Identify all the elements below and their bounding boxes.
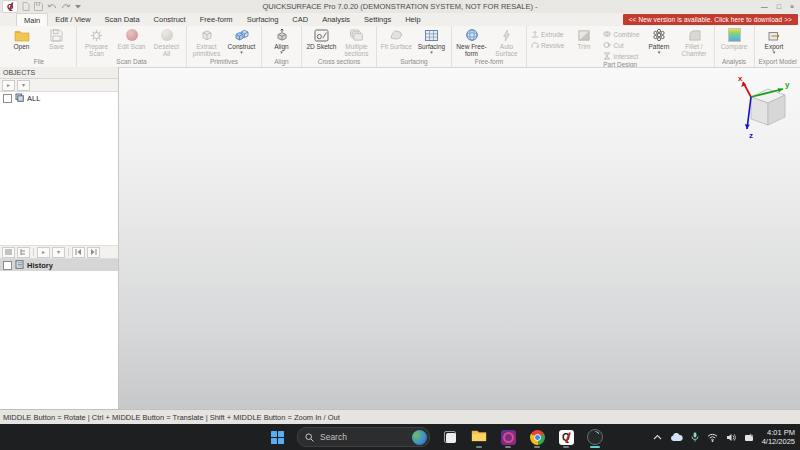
file-explorer-icon [471,428,487,446]
intersect-button[interactable]: Intersect [603,52,639,61]
scan-sphere-gray-icon [161,28,173,42]
menu-scan-data[interactable]: Scan Data [98,13,147,26]
extrude-icon [531,30,539,39]
weather-widget-icon[interactable] [412,430,427,445]
volume-icon[interactable] [726,433,736,442]
collapse-all-icon[interactable]: ▾ [52,247,65,258]
search-input[interactable] [318,431,408,443]
list-view-icon[interactable] [2,247,15,258]
new-document-icon[interactable] [22,2,30,11]
group-label-file: File [4,58,74,67]
menu-construct[interactable]: Construct [147,13,193,26]
pen-input-icon[interactable] [744,433,754,442]
objects-filter-icon[interactable]: ▾ [17,80,30,91]
quicksurface-app-icon: Q [559,430,574,445]
menu-settings[interactable]: Settings [357,13,398,26]
history-checkbox[interactable] [3,261,12,270]
update-banner[interactable]: << New version is available. Click here … [623,14,798,25]
tree-view-icon[interactable] [17,247,30,258]
group-label-cross-sections: Cross sections [304,58,374,67]
wifi-icon[interactable] [707,433,718,442]
gear-icon [90,28,103,42]
combine-button[interactable]: Combine [603,30,639,39]
quicksurface-taskbar-button[interactable]: Q [557,425,575,449]
menu-free-form[interactable]: Free-form [193,13,240,26]
tree-item-all[interactable]: ALL [0,92,118,104]
align-button[interactable]: Align ▾ [264,26,299,55]
menu-cad[interactable]: CAD [285,13,315,26]
status-hint-text: MIDDLE Button = Rotate | Ctrl + MIDDLE B… [3,413,340,422]
construct-button[interactable]: Construct ▾ [224,26,259,55]
trim-icon [577,28,591,42]
surfacing-button[interactable]: Surfacing ▾ [414,26,449,55]
menu-main[interactable]: Main [16,13,48,26]
auto-surface-button[interactable]: Auto Surface [489,26,524,57]
menu-edit-view[interactable]: Edit / View [48,13,97,26]
expand-all-icon[interactable]: ▸ [37,247,50,258]
tray-chevron-up-icon[interactable] [653,434,662,440]
step-last-icon[interactable] [87,247,100,258]
undo-icon[interactable] [47,3,57,11]
tree-item-history[interactable]: History [0,259,118,271]
deselect-all-button[interactable]: Deselect All [149,26,184,57]
objects-expand-icon[interactable]: ▸ [2,80,15,91]
multiple-sections-label: Multiple sections [340,43,373,57]
floppy-icon [50,28,63,42]
microphone-icon[interactable] [691,432,699,442]
cube-gray-icon [199,28,214,42]
app-logo[interactable]: Q [2,0,18,13]
redo-icon[interactable] [61,3,71,11]
menu-analysis[interactable]: Analysis [315,13,357,26]
fillet-corner-icon [688,28,701,42]
task-view-button[interactable] [441,425,459,449]
mesh-sphere-icon [465,28,479,42]
all-checkbox[interactable] [3,94,12,103]
trim-button[interactable]: Trim [566,26,601,50]
recorder-app-button[interactable] [586,425,604,449]
left-panel: OBJECTS ▸ ▾ ALL ▸ ▾ [0,67,119,410]
extract-primitives-button[interactable]: Extract primitives [189,26,224,57]
prepare-scan-button[interactable]: Prepare Scan [79,26,114,57]
start-button[interactable] [268,425,286,449]
history-toolbar: ▸ ▾ [0,246,118,259]
taskbar-clock[interactable]: 4:01 PM 4/12/2025 [762,428,795,447]
sketch-2d-button[interactable]: 2D Sketch [304,26,339,50]
taskbar-search[interactable] [297,427,430,447]
fillet-chamfer-button[interactable]: Fillet / Chamfer [677,26,712,57]
browser-button[interactable] [528,425,546,449]
minimize-button[interactable]: — [761,3,768,10]
quick-access-toolbar: Q [0,0,81,13]
viewport-3d[interactable]: x y z [119,67,800,410]
compare-button[interactable]: Compare [717,26,752,50]
onedrive-cloud-icon[interactable] [670,433,683,442]
extrude-button[interactable]: Extrude [531,30,564,39]
pattern-button[interactable]: Pattern ▾ [642,26,677,55]
fit-surface-button[interactable]: Fit Surface [379,26,414,50]
open-button[interactable]: Open [4,26,39,50]
revolve-button[interactable]: Revolve [531,41,564,50]
window-controls: — □ × [761,3,800,10]
close-button[interactable]: × [790,3,794,10]
step-first-icon[interactable] [72,247,85,258]
cut-button[interactable]: Cut [603,41,639,50]
new-free-form-button[interactable]: New Free-form [454,26,489,57]
surface-patch-icon [389,28,404,42]
running-indicator [505,446,511,448]
edit-scan-button[interactable]: Edit Scan [114,26,149,50]
file-explorer-button[interactable] [470,425,488,449]
multiple-sections-button[interactable]: Multiple sections [339,26,374,57]
store-app-button[interactable] [499,425,517,449]
qat-customize-icon[interactable] [75,5,81,9]
ribbon-group-cross-sections: 2D Sketch Multiple sections Cross sectio… [302,26,377,67]
save-button[interactable]: Save [39,26,74,50]
cut-label: Cut [613,42,623,49]
combine-icon [603,30,611,39]
export-button[interactable]: Export ▾ [757,26,792,55]
orientation-triad[interactable]: x y z [734,74,792,140]
menu-help[interactable]: Help [398,13,427,26]
menu-surfacing[interactable]: Surfacing [240,13,286,26]
maximize-button[interactable]: □ [777,3,781,10]
save-icon[interactable] [34,2,43,11]
open-label: Open [14,43,30,50]
layers-icon [15,93,24,104]
